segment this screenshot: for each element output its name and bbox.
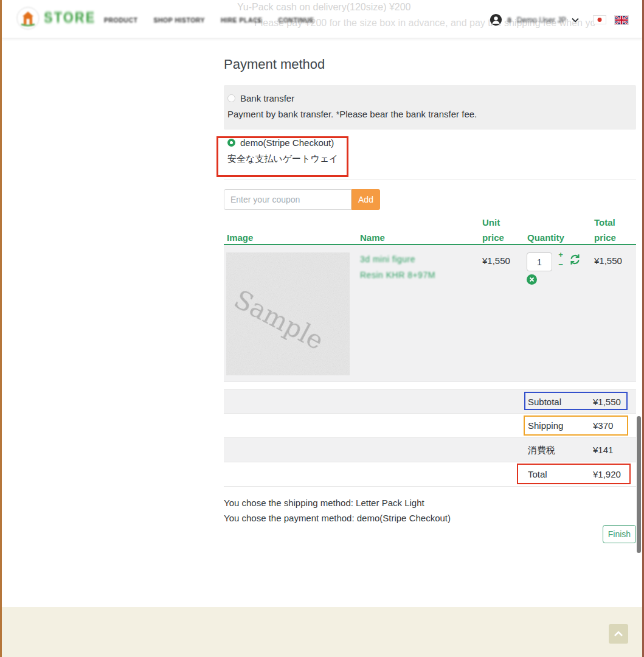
product-name-line2[interactable]: Resin KHR 8+97M (360, 270, 435, 280)
cart-item-row: Sample 3d mini figure Resin KHR 8+97M ¥1… (224, 245, 636, 382)
bank-transfer-description: Payment by bank transfer. *Please bear t… (227, 109, 477, 119)
product-image: Sample (226, 252, 350, 375)
shipping-method-confirmation: You chose the shipping method: Letter Pa… (224, 498, 424, 508)
nav-item-3[interactable]: HIRE PLACE (221, 16, 263, 24)
summary-row-tax: 消費税 ¥141 (224, 438, 636, 462)
store-logo[interactable]: STORE (16, 7, 95, 30)
coupon-add-button[interactable]: Add (351, 189, 380, 210)
payment-option-bank-transfer[interactable]: Bank transfer Payment by bank transfer. … (224, 85, 636, 130)
chevron-down-icon[interactable] (572, 18, 579, 23)
header: Yu-Pack cash on delivery(120size) ¥200 P… (2, 0, 642, 38)
stripe-checkout-radio[interactable] (227, 139, 235, 147)
user-avatar-icon[interactable] (490, 13, 502, 26)
quantity-decrease-button[interactable]: − (557, 261, 564, 268)
total-label: Total (528, 462, 547, 487)
nav-item-1[interactable]: PRODUCT (104, 16, 137, 24)
column-header-name: Name (360, 230, 385, 245)
stripe-checkout-label: demo(Stripe Checkout) (240, 137, 334, 148)
user-menu-label[interactable]: Demo User JP (517, 16, 566, 24)
main-nav: PRODUCT SHOP HISTORY HIRE PLACE CONTINUE (104, 16, 323, 24)
cart-icon[interactable]: 0 (508, 16, 511, 24)
coupon-input[interactable] (224, 189, 351, 210)
payment-option-stripe-checkout[interactable]: demo(Stripe Checkout) 安全な支払いゲートウェイ (224, 130, 636, 180)
header-user-area: 0 Demo User JP (490, 13, 629, 26)
header-bg-text: Yu-Pack cash on delivery(120size) ¥200 (237, 2, 411, 13)
nav-item-4[interactable]: CONTINUE (279, 16, 314, 24)
column-header-image: Image (227, 230, 253, 245)
column-header-quantity: Quantity (527, 230, 564, 245)
unit-price-value: ¥1,550 (482, 255, 510, 266)
subtotal-label: Subtotal (528, 390, 561, 414)
scrollbar-thumb[interactable] (637, 416, 641, 553)
remove-item-icon[interactable] (527, 274, 537, 285)
payment-method-confirmation: You chose the payment method: demo(Strip… (224, 513, 451, 523)
tax-value: ¥141 (593, 438, 613, 462)
japan-flag-icon[interactable] (593, 15, 606, 24)
uk-flag-icon[interactable] (614, 15, 629, 25)
checkout-page: Yu-Pack cash on delivery(120size) ¥200 P… (0, 0, 644, 657)
store-logo-text: STORE (44, 10, 95, 26)
summary-row-subtotal: Subtotal ¥1,550 (224, 389, 636, 414)
scroll-to-top-button[interactable] (609, 624, 628, 644)
summary-row-shipping: Shipping ¥370 (224, 414, 636, 438)
image-noise-overlay (226, 252, 350, 375)
chevron-up-icon (614, 631, 623, 637)
total-value: ¥1,920 (593, 462, 621, 487)
store-logo-house-icon (16, 7, 40, 30)
total-price-value: ¥1,550 (594, 255, 622, 266)
footer (2, 607, 642, 657)
bank-transfer-label: Bank transfer (240, 93, 294, 103)
refresh-icon[interactable] (569, 254, 581, 265)
nav-item-2[interactable]: SHOP HISTORY (153, 16, 205, 24)
shipping-value: ¥370 (593, 414, 613, 438)
column-header-total-price: Total price (594, 215, 622, 245)
tax-label: 消費税 (528, 438, 555, 462)
payment-method-title: Payment method (224, 57, 325, 72)
column-header-unit-price: Unit price (482, 215, 510, 245)
bank-transfer-radio[interactable] (227, 94, 235, 102)
subtotal-value: ¥1,550 (593, 390, 621, 414)
quantity-increase-button[interactable]: + (557, 251, 564, 259)
finish-button[interactable]: Finish (603, 525, 636, 543)
page-left-border (0, 0, 2, 657)
product-name-line1[interactable]: 3d mini figure (360, 254, 415, 264)
quantity-input[interactable] (527, 252, 552, 271)
stripe-checkout-description: 安全な支払いゲートウェイ (227, 153, 338, 165)
summary-row-total: Total ¥1,920 (224, 462, 636, 487)
shipping-label: Shipping (528, 414, 563, 438)
